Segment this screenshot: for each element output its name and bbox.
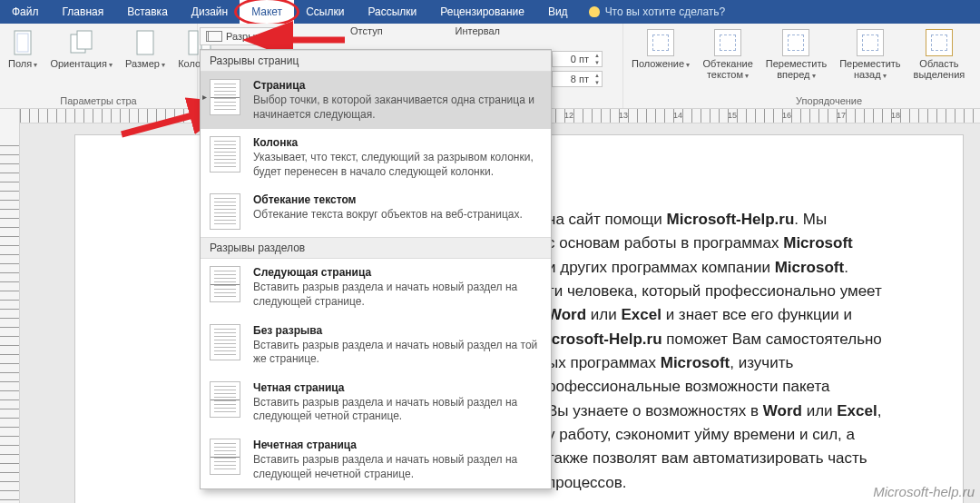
continuous-icon — [210, 324, 240, 360]
margins-label: Поля — [8, 58, 32, 69]
tab-references[interactable]: Ссылки — [294, 0, 356, 24]
margins-icon — [9, 29, 36, 56]
svg-rect-5 — [189, 31, 198, 54]
tab-insert[interactable]: Вставка — [115, 0, 180, 24]
selection-pane-button[interactable]: Область выделения — [911, 27, 968, 83]
vertical-ruler[interactable] — [0, 109, 20, 503]
wrap-text-button[interactable]: Обтекание текстом ▾ — [700, 27, 755, 83]
watermark: Microsoft-help.ru — [873, 484, 975, 499]
tell-me-label: Что вы хотите сделать? — [605, 5, 726, 18]
ribbon-tabs: Файл Главная Вставка Дизайн Макет Ссылки… — [0, 0, 980, 24]
break-nextpage-item[interactable]: Следующая страницаВставить разрыв раздел… — [201, 259, 551, 316]
svg-rect-3 — [77, 31, 92, 49]
wrap-icon — [714, 29, 741, 56]
break-oddpage-item[interactable]: Нечетная страницаВставить разрыв раздела… — [201, 431, 551, 488]
selpane-icon — [926, 29, 953, 56]
position-button[interactable]: Положение ▾ — [629, 27, 692, 83]
page-breaks-section-header: Разрывы страниц — [201, 50, 551, 72]
size-button[interactable]: Размер ▾ — [122, 27, 168, 72]
spacing-after-value: 8 пт — [571, 74, 589, 84]
size-icon — [132, 29, 159, 56]
section-breaks-header: Разрывы разделов — [201, 237, 551, 259]
breaks-label: Разрывы — [226, 31, 268, 42]
spacing-after-input[interactable]: 8 пт — [552, 71, 603, 87]
tab-view[interactable]: Вид — [536, 0, 580, 24]
textwrap-break-icon — [210, 193, 240, 230]
size-label: Размер — [125, 58, 160, 69]
tab-home[interactable]: Главная — [51, 0, 116, 24]
tab-mailings[interactable]: Рассылки — [356, 0, 428, 24]
tell-me[interactable]: Что вы хотите сделать? — [580, 5, 726, 18]
bulb-icon — [589, 6, 600, 17]
breaks-button[interactable]: Разрывы ▾ — [200, 27, 281, 45]
nextpage-icon — [210, 266, 240, 302]
break-evenpage-item[interactable]: Четная страницаВставить разрыв раздела и… — [201, 374, 551, 431]
page-break-icon — [210, 79, 240, 115]
tab-layout[interactable]: Макет — [240, 0, 294, 24]
send-back-button[interactable]: Переместить назад ▾ — [837, 27, 903, 83]
indent-label: Отступ — [350, 25, 383, 36]
orientation-label: Ориентация — [50, 58, 106, 69]
column-break-icon — [210, 136, 240, 173]
spacing-before-value: 0 пт — [571, 54, 589, 64]
chevron-down-icon: ▾ — [271, 33, 275, 41]
oddpage-icon — [210, 439, 240, 475]
breaks-dropdown: Разрывы страниц СтраницаВыбор точки, в к… — [200, 49, 552, 489]
spacing-label: Интервал — [456, 25, 500, 36]
page-setup-group-label: Параметры стра — [5, 95, 191, 106]
spacing-before-input[interactable]: 0 пт — [552, 51, 603, 67]
break-continuous-item[interactable]: Без разрываВставить разрыв раздела и нач… — [201, 317, 551, 374]
orientation-button[interactable]: Ориентация ▾ — [47, 27, 115, 72]
bring-forward-button[interactable]: Переместить вперед ▾ — [763, 27, 829, 83]
tab-file[interactable]: Файл — [0, 0, 51, 24]
break-textwrap-item[interactable]: Обтекание текстомОбтекание текста вокруг… — [201, 186, 551, 237]
forward-icon — [782, 29, 809, 56]
tab-design[interactable]: Дизайн — [180, 0, 240, 24]
arrange-group-label: Упорядочение — [629, 95, 980, 106]
tab-review[interactable]: Рецензирование — [428, 0, 536, 24]
break-page-item[interactable]: СтраницаВыбор точки, в которой заканчива… — [201, 72, 551, 129]
margins-button[interactable]: Поля ▾ — [5, 27, 40, 72]
position-icon — [647, 29, 674, 56]
orientation-icon — [68, 29, 95, 56]
back-icon — [857, 29, 884, 56]
break-column-item[interactable]: КолонкаУказывает, что текст, следующий з… — [201, 129, 551, 186]
evenpage-icon — [210, 381, 240, 418]
svg-rect-4 — [137, 31, 153, 54]
